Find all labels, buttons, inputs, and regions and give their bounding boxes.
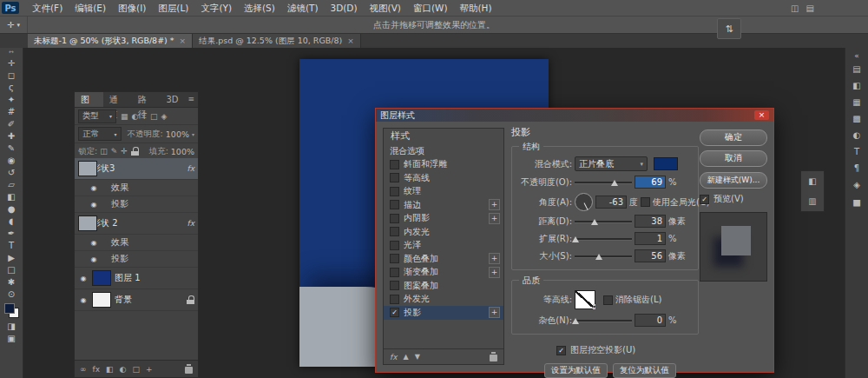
layer-blend-mode-select[interactable]: 正常 ▾: [78, 127, 122, 141]
fx-badge[interactable]: fx: [187, 164, 195, 173]
layer-group-icon[interactable]: □: [132, 365, 140, 374]
layer-row-0[interactable]: ◉形状3fx: [75, 158, 198, 180]
toolbar-collapse-icon[interactable]: ↔: [9, 48, 14, 56]
color-panel-icon[interactable]: ▤: [847, 61, 866, 77]
menu-item-3[interactable]: 图层(L): [152, 0, 194, 16]
menu-item-9[interactable]: 窗口(W): [407, 0, 454, 16]
marquee-tool[interactable]: ◻: [1, 69, 22, 81]
lock-position-icon[interactable]: ✛: [121, 147, 128, 156]
style-checkbox[interactable]: [390, 241, 399, 250]
menu-item-6[interactable]: 滤镜(T): [281, 0, 325, 16]
menu-item-4[interactable]: 文字(Y): [194, 0, 238, 16]
style-checkbox[interactable]: [390, 254, 399, 263]
preview-checkbox[interactable]: ✓: [700, 195, 709, 204]
add-effect-icon[interactable]: +: [489, 199, 500, 210]
layer-filter-select[interactable]: 类型 ▾: [78, 109, 116, 123]
spread-value-field[interactable]: 1: [635, 232, 666, 245]
shape-tool[interactable]: □: [1, 263, 22, 275]
style-checkbox[interactable]: [390, 268, 399, 277]
layers-panel-tab-3[interactable]: 3D: [160, 92, 184, 107]
panel-menu-icon[interactable]: ≡: [184, 92, 198, 107]
style-row-9[interactable]: 渐变叠加+: [384, 266, 503, 280]
dock-toggle-button[interactable]: ⇅: [717, 18, 741, 39]
noise-value-field[interactable]: 0: [635, 314, 666, 327]
menu-item-10[interactable]: 帮助(H): [454, 0, 498, 16]
move-tool[interactable]: ✛: [1, 56, 22, 69]
menu-item-7[interactable]: 3D(D): [324, 0, 363, 16]
healing-brush-tool[interactable]: ✚: [1, 129, 22, 142]
color-swatches[interactable]: [4, 303, 19, 318]
tab-close-icon[interactable]: ×: [180, 36, 187, 45]
eyedropper-tool[interactable]: ✐: [1, 117, 22, 129]
layer-opacity-value[interactable]: 100%: [166, 129, 189, 139]
tab-close-icon[interactable]: ×: [347, 36, 354, 45]
distance-slider[interactable]: [575, 216, 632, 227]
styles-panel-icon[interactable]: ▦: [847, 94, 866, 110]
shadow-color-swatch[interactable]: [654, 157, 678, 170]
new-layer-icon[interactable]: +: [146, 365, 153, 374]
adjustment-layer-icon[interactable]: ◐: [120, 365, 127, 374]
brush-tool[interactable]: ✎: [1, 142, 22, 154]
layers-panel-tab-2[interactable]: 路径: [132, 92, 161, 107]
ok-button[interactable]: 确定: [700, 129, 767, 146]
style-checkbox[interactable]: [390, 173, 399, 182]
menu-item-2[interactable]: 图像(I): [112, 0, 152, 16]
paragraph-panel-icon[interactable]: ¶: [847, 160, 866, 176]
filter-pixel-icon[interactable]: ▦: [121, 112, 128, 121]
expand-panels-icon[interactable]: «: [847, 50, 866, 61]
libraries-panel-icon[interactable]: ◈: [847, 176, 866, 193]
style-row-5[interactable]: 内阴影+: [384, 212, 503, 226]
swatches-panel-icon[interactable]: ▩: [847, 110, 866, 127]
layer-effects-icon[interactable]: fx: [93, 365, 101, 374]
style-checkbox[interactable]: [390, 187, 399, 196]
workspace-switcher-icon[interactable]: ◫: [791, 3, 799, 13]
opacity-slider[interactable]: [575, 177, 632, 188]
document-tab-0[interactable]: 未标题-1 @ 50% (形状3, RGB/8#) *×: [28, 34, 193, 48]
clone-stamp-tool[interactable]: ◉: [1, 154, 22, 166]
history-brush-tool[interactable]: ↺: [1, 166, 22, 178]
fx-badge[interactable]: fx: [187, 219, 195, 228]
visibility-eye-icon[interactable]: ◉: [78, 296, 89, 304]
knockout-checkbox[interactable]: ✓: [556, 346, 566, 355]
lasso-tool[interactable]: ς: [1, 81, 22, 93]
menu-item-0[interactable]: 文件(F): [26, 0, 69, 16]
fill-value[interactable]: 100%: [171, 147, 194, 156]
style-row-8[interactable]: 颜色叠加+: [384, 252, 503, 266]
size-value-field[interactable]: 56: [635, 249, 666, 262]
visibility-eye-icon[interactable]: ◉: [78, 275, 89, 282]
filter-smart-object-icon[interactable]: ◈: [161, 112, 167, 121]
blend-mode-select[interactable]: 正片叠底 ▾: [575, 156, 648, 171]
effect-row-1[interactable]: ◉效果: [75, 180, 198, 196]
visibility-eye-icon[interactable]: ◉: [89, 184, 99, 192]
dialog-title-bar[interactable]: 图层样式 ×: [376, 109, 773, 122]
move-effect-up-icon[interactable]: ▲: [404, 353, 409, 361]
contour-picker[interactable]: ▾: [575, 290, 595, 309]
visibility-eye-icon[interactable]: ◉: [89, 239, 99, 247]
link-layers-icon[interactable]: ∞: [80, 365, 87, 374]
effect-row-2[interactable]: ◉投影: [75, 196, 198, 213]
pen-tool[interactable]: ✒: [1, 227, 22, 239]
quick-mask-icon[interactable]: ◨: [1, 320, 22, 332]
blur-tool[interactable]: ●: [1, 202, 22, 215]
add-effect-icon[interactable]: +: [489, 253, 500, 264]
menu-item-8[interactable]: 视图(V): [364, 0, 407, 16]
style-checkbox[interactable]: [390, 295, 399, 304]
add-effect-icon[interactable]: +: [489, 307, 500, 318]
fx-icon[interactable]: fx: [390, 353, 398, 361]
hand-tool[interactable]: ✱: [1, 275, 22, 288]
style-row-7[interactable]: 光泽: [384, 239, 503, 253]
slider-thumb[interactable]: [611, 180, 618, 186]
layers-panel-tab-0[interactable]: 图层: [75, 92, 103, 107]
visibility-eye-icon[interactable]: ◉: [89, 201, 99, 209]
menu-item-1[interactable]: 编辑(E): [69, 0, 112, 16]
add-effect-icon[interactable]: +: [489, 267, 500, 278]
crop-tool[interactable]: #: [1, 105, 22, 117]
reset-default-button[interactable]: 复位为默认值: [613, 363, 676, 378]
adjustments-panel-icon[interactable]: ◧: [847, 77, 866, 94]
slider-thumb[interactable]: [572, 318, 579, 324]
filter-adjustment-icon[interactable]: ◐: [132, 112, 139, 121]
info-panel-icon[interactable]: ◐: [847, 127, 866, 143]
style-checkbox[interactable]: ✓: [390, 308, 399, 317]
foreground-color-swatch[interactable]: [4, 303, 15, 314]
style-row-12[interactable]: ✓投影+: [384, 306, 503, 320]
